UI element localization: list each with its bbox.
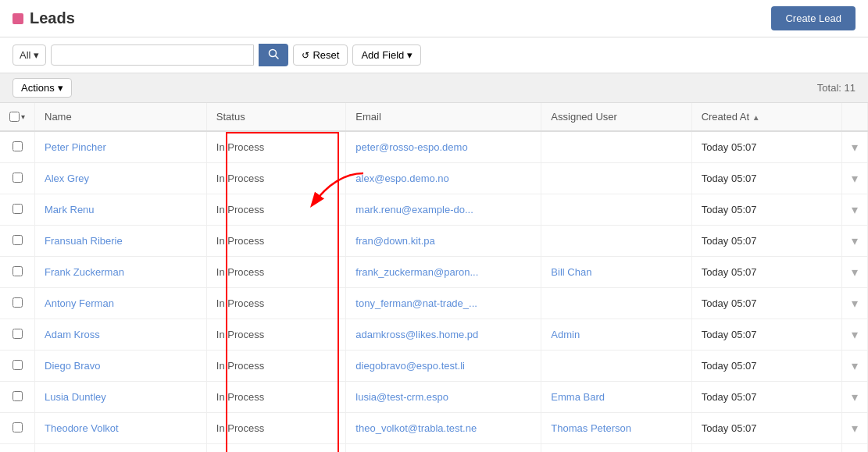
all-dropdown[interactable]: All ▾ xyxy=(13,44,46,66)
created-at-cell: Today 05:07 xyxy=(691,257,841,288)
add-field-label: Add Field xyxy=(361,49,404,61)
row-action-cell: ▾ xyxy=(842,288,868,319)
row-action-chevron-icon[interactable]: ▾ xyxy=(852,234,858,247)
row-checkbox[interactable] xyxy=(13,235,23,245)
page-title: Leads xyxy=(30,9,75,27)
name-link[interactable]: Antony Ferman xyxy=(45,297,114,309)
email-link[interactable]: mark.renu@example-do... xyxy=(355,204,473,215)
row-action-chevron-icon[interactable]: ▾ xyxy=(852,390,858,404)
name-cell: Frank Zuckerman xyxy=(35,257,207,288)
name-cell: Alex Grey xyxy=(35,163,207,194)
row-action-chevron-icon[interactable]: ▾ xyxy=(852,297,858,310)
table-row: Frank Zuckerman In Process frank_zuckerm… xyxy=(0,257,868,288)
name-link[interactable]: Theodore Volkot xyxy=(45,422,119,434)
actions-button[interactable]: Actions ▾ xyxy=(13,78,72,98)
leads-icon xyxy=(13,13,23,24)
row-checkbox[interactable] xyxy=(13,297,23,308)
email-link[interactable]: lusia@test-crm.espo xyxy=(355,391,448,403)
row-checkbox[interactable] xyxy=(13,141,23,151)
created-at-cell: Today 05:07 xyxy=(691,226,841,257)
reset-label: Reset xyxy=(313,49,339,61)
status-cell: In Process xyxy=(206,413,346,444)
actions-label: Actions xyxy=(21,82,55,94)
email-link[interactable]: adamkross@likes.home.pd xyxy=(355,329,478,340)
row-checkbox[interactable] xyxy=(13,329,23,339)
assigned-user-cell xyxy=(541,288,691,319)
row-action-chevron-icon[interactable]: ▾ xyxy=(852,359,858,372)
email-cell: diegobravo@espo.test.li xyxy=(346,351,541,382)
email-link[interactable]: diegobravo@espo.test.li xyxy=(355,360,465,372)
table-row: Lusia Duntley In Process lusia@test-crm.… xyxy=(0,382,868,413)
email-link[interactable]: peter@rosso-espo.demo xyxy=(355,141,467,153)
search-input[interactable] xyxy=(51,44,254,66)
status-cell: In Process xyxy=(206,319,346,351)
row-action-cell: ▾ xyxy=(842,351,868,382)
name-cell: Adam Kross xyxy=(35,319,207,351)
row-action-chevron-icon[interactable]: ▾ xyxy=(852,422,858,435)
email-cell: adamkross@likes.home.pd xyxy=(346,319,541,351)
row-checkbox[interactable] xyxy=(13,266,23,276)
name-link[interactable]: Lusia Duntley xyxy=(45,391,106,403)
name-link[interactable]: Adam Kross xyxy=(45,329,100,340)
row-action-chevron-icon[interactable]: ▾ xyxy=(852,141,858,154)
email-link[interactable]: tony_ferman@nat-trade_... xyxy=(355,297,477,309)
header-checkbox-arrow[interactable]: ▾ xyxy=(21,112,25,121)
row-action-chevron-icon[interactable]: ▾ xyxy=(852,203,858,216)
status-column-header[interactable]: Status xyxy=(206,103,346,131)
name-link[interactable]: Frank Zuckerman xyxy=(45,266,124,278)
email-link[interactable]: alex@espo.demo.no xyxy=(355,173,448,184)
name-cell: Diego Bravo xyxy=(35,351,207,382)
assigned-user-column-header[interactable]: Assigned User xyxy=(541,103,691,131)
row-checkbox[interactable] xyxy=(13,391,23,401)
row-checkbox[interactable] xyxy=(13,173,23,183)
row-checkbox[interactable] xyxy=(13,360,23,370)
create-lead-button[interactable]: Create Lead xyxy=(771,6,855,30)
add-field-button[interactable]: Add Field ▾ xyxy=(352,44,421,66)
created-at-cell: Today 05:07 xyxy=(691,351,841,382)
name-column-header[interactable]: Name xyxy=(35,103,207,131)
assigned-user-cell xyxy=(541,226,691,257)
row-action-cell: ▾ xyxy=(842,444,868,453)
row-action-chevron-icon[interactable]: ▾ xyxy=(852,328,858,341)
select-all-checkbox[interactable] xyxy=(9,112,20,122)
row-checkbox-cell xyxy=(0,413,35,444)
leads-table: ▾ Name Status Email Assigned User Create… xyxy=(0,103,868,452)
email-cell: mark.renu@example-do... xyxy=(346,194,541,226)
email-cell: alex@espo.demo.no xyxy=(346,163,541,194)
created-at-cell: Today 05:07 xyxy=(691,288,841,319)
assigned-user-link[interactable]: Admin xyxy=(551,329,580,340)
row-checkbox[interactable] xyxy=(13,204,23,214)
name-link[interactable]: Peter Pincher xyxy=(45,141,106,153)
email-link[interactable]: fran@down.kit.pa xyxy=(355,235,434,247)
total-count: Total: 11 xyxy=(817,82,855,94)
created-at-column-header[interactable]: Created At ▲ xyxy=(691,103,841,131)
email-link[interactable]: frank_zuckerman@paron... xyxy=(355,266,478,278)
row-checkbox-cell xyxy=(0,194,35,226)
search-button[interactable] xyxy=(259,44,288,66)
email-link[interactable]: theo_volkot@trabla.test.ne xyxy=(355,422,477,434)
table-row: Peter Pincher In Process peter@rosso-esp… xyxy=(0,131,868,163)
row-checkbox-cell xyxy=(0,382,35,413)
select-all-col: ▾ xyxy=(0,103,35,131)
email-column-header[interactable]: Email xyxy=(346,103,541,131)
assigned-user-link[interactable]: Thomas Peterson xyxy=(551,422,631,434)
row-checkbox-cell xyxy=(0,131,35,163)
row-action-cell: ▾ xyxy=(842,319,868,351)
reset-button[interactable]: ↺ Reset xyxy=(293,44,348,66)
name-cell: Theodore Volkot xyxy=(35,413,207,444)
email-cell: peter@rosso-espo.demo xyxy=(346,131,541,163)
assigned-user-cell: Bill Chan xyxy=(541,257,691,288)
assigned-user-link[interactable]: Bill Chan xyxy=(551,266,591,278)
row-action-chevron-icon[interactable]: ▾ xyxy=(852,172,858,185)
assigned-user-link[interactable]: Emma Bard xyxy=(551,391,605,403)
row-checkbox-cell xyxy=(0,444,35,453)
row-action-chevron-icon[interactable]: ▾ xyxy=(852,265,858,279)
name-link[interactable]: Fransuah Riberie xyxy=(45,235,123,247)
dropdown-chevron-icon: ▾ xyxy=(34,49,39,61)
table-row: Adam Kross In Process adamkross@likes.ho… xyxy=(0,319,868,351)
row-checkbox[interactable] xyxy=(13,422,23,432)
name-link[interactable]: Mark Renu xyxy=(45,204,95,215)
assigned-user-cell xyxy=(541,351,691,382)
name-link[interactable]: Alex Grey xyxy=(45,173,89,184)
name-link[interactable]: Diego Bravo xyxy=(45,360,101,372)
